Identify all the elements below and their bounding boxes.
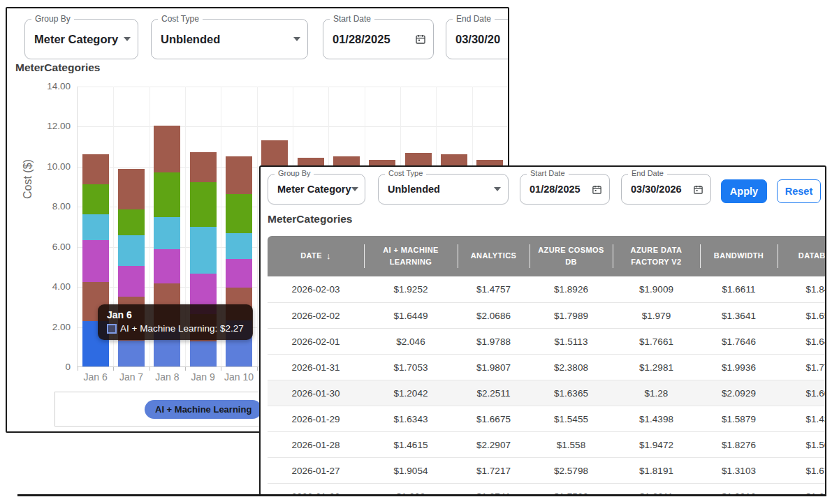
column-header-analytics[interactable]: ANALYTICS xyxy=(458,236,530,276)
calendar-icon[interactable] xyxy=(693,184,703,195)
cost-cell: $1.9009 xyxy=(613,284,700,295)
cost-cell: $1.7661 xyxy=(613,336,700,347)
cost-cell: $1.7646 xyxy=(700,336,778,347)
cost-cell: $1.7989 xyxy=(530,311,613,321)
column-header-date[interactable]: DATE↓ xyxy=(268,236,364,276)
start-date-field[interactable]: Start Date 01/28/2025 xyxy=(520,174,610,205)
group-by-select[interactable]: Group By Meter Category xyxy=(24,19,138,59)
cost-cell: $1.7053 xyxy=(364,362,458,373)
cost-cell: $2.2511 xyxy=(458,388,530,399)
group-by-value: Meter Category xyxy=(34,33,118,46)
cost-table: DATE↓AI + MACHINE LEARNINGANALYTICSAZURE… xyxy=(268,236,826,496)
cost-type-label: Cost Type xyxy=(158,14,203,24)
end-date-field[interactable]: End Date 03/30/2026 xyxy=(621,174,711,205)
cost-type-value: Unblended xyxy=(161,33,220,46)
cost-cell: $1.6449 xyxy=(364,311,458,321)
y-axis-tick-label: 10.00 xyxy=(34,161,71,172)
cost-type-select[interactable]: Cost Type Unblended xyxy=(151,19,308,59)
cost-cell: $1.7217 xyxy=(458,466,530,476)
cost-cell: $1.5113 xyxy=(530,336,613,347)
bar-segment xyxy=(82,184,109,214)
date-cell: 2026-01-27 xyxy=(268,466,364,476)
table-header-row: DATE↓AI + MACHINE LEARNINGANALYTICSAZURE… xyxy=(268,236,826,276)
bar-segment xyxy=(226,194,252,233)
cost-type-select[interactable]: Cost Type Unblended xyxy=(378,174,509,205)
y-axis-tick-label: 14.00 xyxy=(34,81,71,91)
cost-cell: $1.9807 xyxy=(458,362,530,373)
chevron-down-icon xyxy=(293,37,300,41)
x-axis-label: Jan 8 xyxy=(149,371,185,383)
chevron-down-icon xyxy=(124,37,131,41)
cost-cell: $1.2042 xyxy=(364,388,458,399)
legend-item-ai-machine-learning[interactable]: AI + Machine Learning xyxy=(145,400,262,419)
y-axis-tick-label: 6.00 xyxy=(34,242,71,252)
table-row: 2026-02-01$2.046$1.9788$1.5113$1.7661$1.… xyxy=(268,328,826,354)
cost-cell: $1.8211 xyxy=(613,491,700,496)
date-cell: 2026-01-29 xyxy=(268,414,364,424)
column-header-bandwidth[interactable]: BANDWIDTH xyxy=(700,236,778,276)
cost-cell: $1.6428 xyxy=(778,491,826,496)
bar-segment xyxy=(82,154,109,184)
bar-segment xyxy=(190,227,217,273)
date-cell: 2026-02-01 xyxy=(268,336,364,347)
column-header-azure-cosmos-db[interactable]: AZURE COSMOS DB xyxy=(530,236,613,276)
group-by-select[interactable]: Group By Meter Category xyxy=(268,174,365,205)
cost-cell: $1.4615 xyxy=(364,440,458,450)
x-axis-tick xyxy=(78,367,78,371)
x-axis-label: Jan 9 xyxy=(185,371,221,383)
x-axis-label: Jan 10 xyxy=(221,371,257,383)
cost-cell: $1.5455 xyxy=(530,414,613,424)
date-cell: 2026-01-31 xyxy=(268,362,364,373)
end-date-field[interactable]: End Date 03/30/20 xyxy=(446,19,509,59)
cost-cell: $1.979 xyxy=(613,311,700,321)
cost-cell: $1.6675 xyxy=(458,414,530,424)
bar-segment xyxy=(190,182,217,228)
start-date-field[interactable]: Start Date 01/28/2025 xyxy=(323,19,434,59)
cost-cell: $1.4384 xyxy=(778,414,826,424)
bar-segment xyxy=(190,341,217,366)
table-panel: Group By Meter Category Cost Type Unblen… xyxy=(259,165,826,496)
table-row: 2026-01-30$1.2042$2.2511$1.6365$1.28$2.0… xyxy=(268,380,826,406)
bar-segment xyxy=(226,156,252,195)
sort-descending-icon: ↓ xyxy=(326,249,331,263)
end-date-label: End Date xyxy=(453,14,495,24)
cost-type-value: Unblended xyxy=(388,184,440,195)
bar-segment xyxy=(82,214,109,240)
apply-button[interactable]: Apply xyxy=(721,179,767,203)
calendar-icon[interactable] xyxy=(592,184,602,195)
end-date-label: End Date xyxy=(628,169,667,177)
column-header-azure-data-factory-v2[interactable]: AZURE DATA FACTORY V2 xyxy=(613,236,700,276)
column-header-ai-machine-learning[interactable]: AI + MACHINE LEARNING xyxy=(364,236,458,276)
tooltip-title: Jan 6 xyxy=(107,309,244,320)
table-row: 2026-01-31$1.7053$1.9807$2.3808$1.2981$1… xyxy=(268,354,826,380)
cost-cell: $1.8926 xyxy=(530,284,613,295)
date-cell: 2026-01-26 xyxy=(268,491,364,496)
cost-cell: $2.3808 xyxy=(530,362,613,373)
bar-segment xyxy=(154,172,180,217)
x-axis-tick xyxy=(257,367,258,371)
date-cell: 2026-02-03 xyxy=(268,284,364,295)
cost-cell: $1.7750 xyxy=(778,362,826,373)
x-axis-tick xyxy=(113,367,114,371)
bar-segment xyxy=(82,240,109,282)
cost-cell: $1.938 xyxy=(364,491,458,496)
cost-cell: $1.8476 xyxy=(778,284,826,295)
x-axis-label: Jan 6 xyxy=(78,371,114,383)
group-by-label: Group By xyxy=(275,169,314,177)
cost-cell: $1.5642 xyxy=(778,440,826,450)
reset-button[interactable]: Reset xyxy=(777,179,821,203)
y-axis-tick-label: 8.00 xyxy=(34,201,71,212)
chart-title: MeterCategories xyxy=(15,61,100,74)
start-date-value: 01/28/2025 xyxy=(333,33,391,46)
column-header-databases[interactable]: DATABASES xyxy=(778,236,826,276)
end-date-value: 03/30/2026 xyxy=(631,184,682,195)
table-row: 2026-01-28$1.4615$2.2907$1.558$1.9472$1.… xyxy=(268,431,826,457)
cost-cell: $1.9252 xyxy=(364,284,458,295)
date-cell: 2026-02-02 xyxy=(268,311,364,321)
page: Group By Meter Category Cost Type Unblen… xyxy=(0,0,832,504)
calendar-icon[interactable] xyxy=(415,34,426,45)
bar-segment xyxy=(118,209,145,235)
series-color-swatch xyxy=(107,324,117,334)
cost-cell: $1.4757 xyxy=(458,284,530,295)
cost-cell: $1.5879 xyxy=(700,414,778,424)
